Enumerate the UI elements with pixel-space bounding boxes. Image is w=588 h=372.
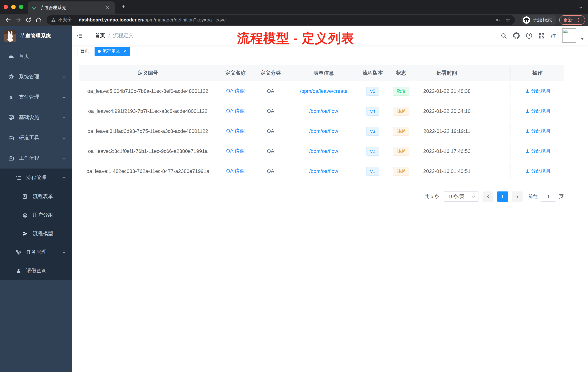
maximize-window-button[interactable]: [19, 5, 23, 9]
yen-icon: ¥: [8, 94, 14, 100]
tag-home[interactable]: 首页: [77, 46, 92, 56]
sidebar-item-leave-query[interactable]: 请假查询: [0, 261, 72, 280]
assign-rule-label: 分配规则: [531, 168, 550, 174]
assign-rule-button[interactable]: 分配规则: [525, 128, 550, 134]
chevron-down-icon: [62, 115, 66, 120]
tag-close-icon[interactable]: ✕: [123, 49, 126, 54]
sidebar-item-home[interactable]: 首页: [0, 46, 72, 67]
table-row: oa_leave:1:482ec033-762a-11ec-8477-a2380…: [79, 161, 564, 181]
sidebar: 芋道管理系统 首页 系统管理 ¥ 支付管理: [0, 26, 72, 372]
sidebar-item-dev-tools[interactable]: 研发工具: [0, 128, 72, 148]
tag-process-definition[interactable]: 流程定义 ✕: [94, 46, 130, 56]
sidebar-item-label: 请假查询: [26, 267, 47, 274]
sidebar-item-label: 流程模型: [33, 230, 53, 237]
person-icon: [15, 268, 21, 274]
definition-category: OA: [254, 161, 286, 181]
browser-toolbar: 不安全 dashboard.yudao.iocoder.cn/bpm/manag…: [0, 14, 588, 26]
help-icon[interactable]: ?: [526, 33, 532, 39]
search-icon[interactable]: [501, 33, 507, 39]
red-annotation-title: 流程模型 - 定义列表: [237, 30, 354, 47]
definition-id: oa_leave:4:991f2193-7b7f-11ec-a3c8-acde4…: [79, 101, 216, 121]
sidebar-item-system[interactable]: 系统管理: [0, 67, 72, 87]
warning-triangle-icon[interactable]: [51, 17, 56, 22]
breadcrumb-home-link[interactable]: 首页: [95, 33, 105, 39]
reload-icon[interactable]: [23, 15, 33, 25]
address-bar[interactable]: 不安全 dashboard.yudao.iocoder.cn/bpm/manag…: [47, 15, 515, 25]
definition-name-link[interactable]: OA 请假: [226, 168, 245, 174]
key-icon[interactable]: [495, 17, 501, 23]
sidebar-item-label: 基础设施: [19, 114, 39, 121]
assign-rule-button[interactable]: 分配规则: [525, 148, 550, 154]
definition-name-link[interactable]: OA 请假: [226, 108, 245, 114]
status-badge: 挂起: [393, 127, 410, 136]
app-logo-avatar: [4, 30, 16, 42]
minimize-window-button[interactable]: [11, 5, 16, 9]
sidebar-item-label: 工作流程: [19, 155, 39, 162]
definition-id: oa_leave:2:3c1f0ef1-76b1-11ec-9c66-a2380…: [79, 141, 216, 161]
definition-table: 定义编号 定义名称 定义分类 表单信息 流程版本 状态 部署时间 操作 oa_l…: [79, 65, 564, 181]
definition-name-link[interactable]: OA 请假: [226, 88, 245, 94]
avatar[interactable]: [562, 28, 576, 43]
update-label: 更新: [563, 17, 573, 23]
column-header: 定义名称: [216, 65, 254, 81]
text-size-icon[interactable]: тT: [551, 33, 556, 39]
sidebar-item-process-management[interactable]: 流程管理: [0, 169, 72, 187]
incognito-label: 无痕模式: [533, 17, 552, 23]
sidebar-item-payment[interactable]: ¥ 支付管理: [0, 87, 72, 107]
version-tag: v3: [366, 127, 379, 136]
form-link[interactable]: /bpm/oa/flow: [309, 128, 338, 134]
main-area: 流程模型 - 定义列表 首页 / 流程定义: [72, 26, 588, 372]
version-tag: v5: [366, 87, 379, 96]
column-header: 操作: [511, 65, 564, 81]
sidebar-item-process-form[interactable]: 流程表单: [0, 187, 72, 206]
assign-rule-button[interactable]: 分配规则: [525, 168, 550, 174]
table-row: oa_leave:4:991f2193-7b7f-11ec-a3c8-acde4…: [79, 101, 564, 121]
assign-rule-label: 分配规则: [531, 108, 550, 114]
definition-name-link[interactable]: OA 请假: [226, 148, 245, 154]
version-tag: v2: [366, 146, 379, 156]
definition-category: OA: [254, 121, 286, 141]
new-tab-button[interactable]: +: [120, 3, 127, 11]
back-icon[interactable]: [3, 15, 13, 25]
avatar-caret-icon[interactable]: [580, 36, 584, 42]
browser-update-button[interactable]: 更新 ⋮: [559, 15, 585, 25]
chevron-up-icon: [62, 176, 66, 180]
sidebar-item-workflow[interactable]: 工作流程: [0, 148, 72, 169]
next-page-button[interactable]: [512, 191, 523, 202]
page-number-1[interactable]: 1: [497, 191, 508, 202]
tab-close-icon[interactable]: ✕: [104, 4, 111, 11]
tab-strip-caret-icon[interactable]: [578, 5, 583, 11]
form-link[interactable]: /bpm/oa/flow: [309, 108, 338, 114]
forward-icon[interactable]: [13, 15, 23, 25]
table-row: oa_leave:3:1fad3d93-7b75-11ec-a3c8-acde4…: [79, 121, 564, 141]
table-header-row: 定义编号 定义名称 定义分类 表单信息 流程版本 状态 部署时间 操作: [79, 65, 564, 81]
form-link[interactable]: /bpm/oa/leave/create: [300, 88, 347, 94]
sidebar-logo[interactable]: 芋道管理系统: [0, 26, 72, 46]
prev-page-button[interactable]: [483, 191, 494, 202]
assign-rule-button[interactable]: 分配规则: [525, 88, 550, 94]
url-path: /bpm/manager/definition?key=oa_leave: [143, 17, 226, 22]
deploy-time: 2022-01-16 17:46:53: [418, 141, 476, 161]
sidebar-item-user-group[interactable]: 用户分组: [0, 206, 72, 224]
assign-rule-button[interactable]: 分配规则: [525, 108, 550, 114]
version-tag: v4: [366, 107, 379, 116]
close-window-button[interactable]: [4, 5, 8, 9]
goto-page-input[interactable]: [541, 192, 556, 201]
definition-name-link[interactable]: OA 请假: [226, 128, 245, 134]
form-link[interactable]: /bpm/oa/flow: [309, 148, 338, 154]
security-label: 不安全: [58, 17, 72, 23]
fullscreen-icon[interactable]: [538, 33, 545, 39]
browser-menu-dots-icon[interactable]: ⋮: [576, 17, 581, 22]
browser-tab[interactable]: 芋道管理系统 ✕: [28, 1, 115, 14]
github-icon[interactable]: [513, 33, 519, 39]
bookmark-star-icon[interactable]: ☆: [506, 17, 511, 22]
page-size-select[interactable]: 10条/页: [444, 191, 479, 202]
sidebar-item-process-model[interactable]: 流程模型: [0, 224, 72, 243]
form-link[interactable]: /bpm/oa/flow: [309, 168, 338, 174]
home-icon[interactable]: [33, 15, 44, 25]
hamburger-icon[interactable]: [72, 26, 87, 45]
sidebar-item-infrastructure[interactable]: 基础设施: [0, 107, 72, 128]
sidebar-item-task-management[interactable]: 任务管理: [0, 243, 72, 261]
form-doc-icon: [22, 194, 28, 199]
version-tag: v1: [366, 166, 379, 176]
